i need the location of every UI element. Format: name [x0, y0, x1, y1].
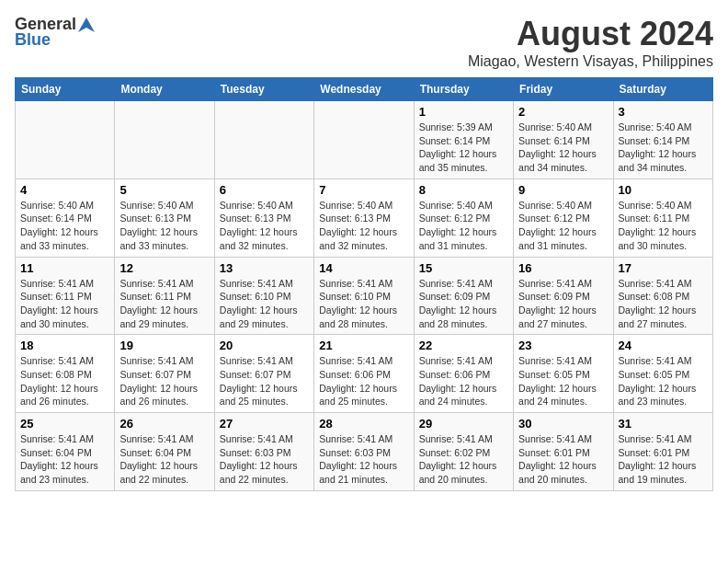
- calendar-cell: [214, 101, 313, 179]
- day-info: Sunrise: 5:41 AMSunset: 6:01 PMDaylight:…: [619, 432, 708, 487]
- calendar-cell: [314, 101, 414, 179]
- calendar-cell: 23Sunrise: 5:41 AMSunset: 6:05 PMDayligh…: [514, 335, 613, 413]
- calendar-cell: 24Sunrise: 5:41 AMSunset: 6:05 PMDayligh…: [613, 335, 712, 413]
- day-number: 12: [119, 261, 209, 275]
- day-number: 2: [518, 105, 608, 119]
- day-info: Sunrise: 5:40 AMSunset: 6:14 PMDaylight:…: [20, 199, 109, 253]
- calendar-cell: 15Sunrise: 5:41 AMSunset: 6:09 PMDayligh…: [414, 257, 513, 335]
- weekday-header-sunday: Sunday: [16, 78, 115, 101]
- day-number: 24: [619, 339, 708, 352]
- day-number: 7: [319, 183, 408, 197]
- day-number: 29: [419, 417, 508, 431]
- calendar-cell: 12Sunrise: 5:41 AMSunset: 6:11 PMDayligh…: [115, 257, 214, 335]
- calendar-cell: 16Sunrise: 5:41 AMSunset: 6:09 PMDayligh…: [514, 257, 613, 335]
- calendar-cell: 2Sunrise: 5:40 AMSunset: 6:14 PMDaylight…: [514, 101, 613, 179]
- day-number: 19: [119, 339, 209, 352]
- day-info: Sunrise: 5:40 AMSunset: 6:13 PMDaylight:…: [319, 199, 408, 253]
- day-info: Sunrise: 5:41 AMSunset: 6:01 PMDaylight:…: [518, 432, 608, 487]
- day-number: 28: [319, 417, 408, 431]
- calendar-cell: 10Sunrise: 5:40 AMSunset: 6:11 PMDayligh…: [613, 178, 712, 257]
- calendar-cell: 17Sunrise: 5:41 AMSunset: 6:08 PMDayligh…: [613, 257, 712, 335]
- weekday-header-wednesday: Wednesday: [314, 78, 414, 101]
- day-info: Sunrise: 5:41 AMSunset: 6:06 PMDaylight:…: [419, 354, 508, 408]
- day-info: Sunrise: 5:41 AMSunset: 6:10 PMDaylight:…: [319, 277, 408, 331]
- day-number: 6: [220, 183, 309, 197]
- day-info: Sunrise: 5:41 AMSunset: 6:09 PMDaylight:…: [419, 277, 508, 331]
- weekday-header-thursday: Thursday: [414, 78, 513, 101]
- weekday-header-tuesday: Tuesday: [214, 78, 313, 101]
- calendar-cell: 26Sunrise: 5:41 AMSunset: 6:04 PMDayligh…: [115, 413, 214, 491]
- day-number: 20: [220, 339, 309, 352]
- calendar-cell: 13Sunrise: 5:41 AMSunset: 6:10 PMDayligh…: [214, 257, 313, 335]
- calendar-week-row: 18Sunrise: 5:41 AMSunset: 6:08 PMDayligh…: [16, 335, 713, 413]
- calendar-title: August 2024: [468, 15, 713, 53]
- day-number: 9: [518, 183, 608, 197]
- day-info: Sunrise: 5:41 AMSunset: 6:05 PMDaylight:…: [619, 354, 708, 408]
- weekday-header-row: SundayMondayTuesdayWednesdayThursdayFrid…: [16, 78, 713, 101]
- calendar-cell: 29Sunrise: 5:41 AMSunset: 6:02 PMDayligh…: [414, 413, 513, 491]
- calendar-cell: 22Sunrise: 5:41 AMSunset: 6:06 PMDayligh…: [414, 335, 513, 413]
- logo-blue-text: Blue: [15, 30, 51, 50]
- calendar-cell: 6Sunrise: 5:40 AMSunset: 6:13 PMDaylight…: [214, 178, 313, 257]
- day-number: 4: [20, 183, 109, 197]
- title-block: August 2024 Miagao, Western Visayas, Phi…: [468, 15, 713, 70]
- calendar-cell: 11Sunrise: 5:41 AMSunset: 6:11 PMDayligh…: [16, 257, 115, 335]
- day-info: Sunrise: 5:40 AMSunset: 6:13 PMDaylight:…: [220, 199, 309, 253]
- calendar-cell: [115, 101, 214, 179]
- calendar-cell: 9Sunrise: 5:40 AMSunset: 6:12 PMDaylight…: [514, 178, 613, 257]
- logo-bird-icon: [78, 17, 95, 32]
- svg-marker-0: [78, 17, 95, 32]
- calendar-week-row: 25Sunrise: 5:41 AMSunset: 6:04 PMDayligh…: [16, 413, 713, 491]
- page-header: General Blue August 2024 Miagao, Western…: [15, 15, 713, 70]
- logo: General Blue: [15, 15, 95, 50]
- day-info: Sunrise: 5:41 AMSunset: 6:06 PMDaylight:…: [319, 354, 408, 408]
- calendar-cell: 20Sunrise: 5:41 AMSunset: 6:07 PMDayligh…: [214, 335, 313, 413]
- calendar-cell: 19Sunrise: 5:41 AMSunset: 6:07 PMDayligh…: [115, 335, 214, 413]
- calendar-cell: 31Sunrise: 5:41 AMSunset: 6:01 PMDayligh…: [613, 413, 712, 491]
- calendar-cell: 27Sunrise: 5:41 AMSunset: 6:03 PMDayligh…: [214, 413, 313, 491]
- day-number: 14: [319, 261, 408, 275]
- day-number: 21: [319, 339, 408, 352]
- calendar-subtitle: Miagao, Western Visayas, Philippines: [468, 53, 713, 70]
- day-number: 5: [119, 183, 209, 197]
- day-number: 22: [419, 339, 508, 352]
- calendar-cell: 25Sunrise: 5:41 AMSunset: 6:04 PMDayligh…: [16, 413, 115, 491]
- day-number: 10: [619, 183, 708, 197]
- weekday-header-monday: Monday: [115, 78, 214, 101]
- day-number: 27: [220, 417, 309, 431]
- day-number: 31: [619, 417, 708, 431]
- calendar-week-row: 4Sunrise: 5:40 AMSunset: 6:14 PMDaylight…: [16, 178, 713, 257]
- weekday-header-saturday: Saturday: [613, 78, 712, 101]
- day-number: 30: [518, 417, 608, 431]
- day-number: 16: [518, 261, 608, 275]
- day-info: Sunrise: 5:41 AMSunset: 6:04 PMDaylight:…: [20, 432, 109, 487]
- calendar-cell: 8Sunrise: 5:40 AMSunset: 6:12 PMDaylight…: [414, 178, 513, 257]
- calendar-table: SundayMondayTuesdayWednesdayThursdayFrid…: [15, 77, 713, 491]
- day-number: 18: [20, 339, 109, 352]
- calendar-cell: 18Sunrise: 5:41 AMSunset: 6:08 PMDayligh…: [16, 335, 115, 413]
- day-info: Sunrise: 5:41 AMSunset: 6:08 PMDaylight:…: [619, 277, 708, 331]
- day-info: Sunrise: 5:41 AMSunset: 6:11 PMDaylight:…: [119, 277, 209, 331]
- day-number: 26: [119, 417, 209, 431]
- calendar-cell: 7Sunrise: 5:40 AMSunset: 6:13 PMDaylight…: [314, 178, 414, 257]
- day-number: 1: [419, 105, 508, 119]
- day-info: Sunrise: 5:41 AMSunset: 6:03 PMDaylight:…: [220, 432, 309, 487]
- calendar-cell: 14Sunrise: 5:41 AMSunset: 6:10 PMDayligh…: [314, 257, 414, 335]
- day-info: Sunrise: 5:41 AMSunset: 6:04 PMDaylight:…: [119, 432, 209, 487]
- day-info: Sunrise: 5:40 AMSunset: 6:12 PMDaylight:…: [518, 199, 608, 253]
- day-info: Sunrise: 5:40 AMSunset: 6:12 PMDaylight:…: [419, 199, 508, 253]
- day-number: 15: [419, 261, 508, 275]
- day-info: Sunrise: 5:41 AMSunset: 6:02 PMDaylight:…: [419, 432, 508, 487]
- day-number: 13: [220, 261, 309, 275]
- calendar-week-row: 1Sunrise: 5:39 AMSunset: 6:14 PMDaylight…: [16, 101, 713, 179]
- day-info: Sunrise: 5:41 AMSunset: 6:03 PMDaylight:…: [319, 432, 408, 487]
- calendar-header: SundayMondayTuesdayWednesdayThursdayFrid…: [16, 78, 713, 101]
- day-info: Sunrise: 5:41 AMSunset: 6:10 PMDaylight:…: [220, 277, 309, 331]
- calendar-week-row: 11Sunrise: 5:41 AMSunset: 6:11 PMDayligh…: [16, 257, 713, 335]
- weekday-header-friday: Friday: [514, 78, 613, 101]
- day-info: Sunrise: 5:41 AMSunset: 6:05 PMDaylight:…: [518, 354, 608, 408]
- day-info: Sunrise: 5:41 AMSunset: 6:07 PMDaylight:…: [119, 354, 209, 408]
- day-number: 23: [518, 339, 608, 352]
- calendar-cell: 28Sunrise: 5:41 AMSunset: 6:03 PMDayligh…: [314, 413, 414, 491]
- day-number: 17: [619, 261, 708, 275]
